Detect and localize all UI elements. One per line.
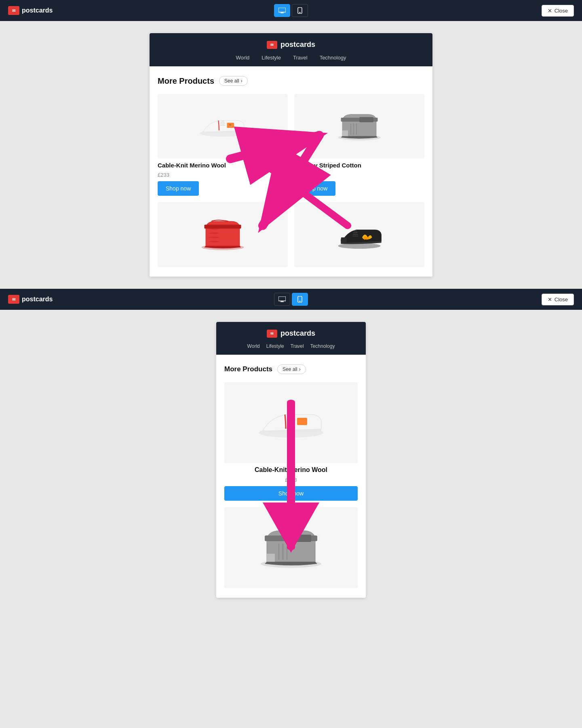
nav-technology-desktop[interactable]: Technology — [320, 55, 346, 61]
product-card-1: 🐯 Cable-Knit Merino Wool £233 Shop now — [158, 94, 288, 196]
toolbar-top: ✉ postcards ✕ Close — [0, 0, 582, 21]
product-image-2 — [294, 94, 424, 159]
more-products-header-mobile: More Products See all › — [224, 364, 358, 374]
svg-rect-37 — [297, 418, 307, 425]
product-card-2: Runway Striped Cotton £246 Shop now — [294, 94, 424, 196]
desktop-email-preview: ✉ postcards World Lifestyle Travel Techn… — [150, 33, 432, 277]
mobile-view-button-bottom[interactable] — [292, 293, 308, 306]
svg-rect-0 — [278, 8, 286, 12]
mobile-product-price-1: £233 — [224, 477, 358, 483]
sneaker-black-svg — [331, 214, 388, 255]
nav-world-desktop[interactable]: World — [236, 55, 250, 61]
svg-text:🐯: 🐯 — [229, 124, 232, 127]
sneaker-red-svg — [194, 212, 251, 257]
products-grid-mobile: Cable-Knit Merino Wool £233 Shop now — [224, 382, 358, 588]
mobile-product-image-1 — [224, 382, 358, 463]
close-button-top[interactable]: ✕ Close — [542, 5, 574, 17]
section-title-mobile: More Products — [224, 365, 272, 373]
device-switcher-top — [274, 4, 308, 17]
see-all-button-desktop[interactable]: See all › — [219, 76, 248, 86]
email-brand-name-mobile: postcards — [280, 329, 315, 338]
mobile-shop-now-button-1[interactable]: Shop now — [224, 486, 358, 501]
email-logo-desktop: ✉ postcards — [158, 40, 424, 49]
mobile-product-image-2 — [224, 507, 358, 588]
sneaker-grey-svg — [331, 106, 388, 146]
app-logo-bottom: ✉ postcards — [8, 295, 53, 304]
email-logo-mobile: ✉ postcards — [224, 329, 358, 338]
mobile-view-button-top[interactable] — [292, 4, 308, 17]
close-x-icon-bottom: ✕ — [548, 296, 552, 303]
email-body-desktop: More Products See all › — [150, 66, 432, 277]
mobile-product-card-1: Cable-Knit Merino Wool £233 Shop now — [224, 382, 358, 501]
logo-icon-bottom: ✉ — [8, 295, 19, 304]
product-image-1: 🐯 — [158, 94, 288, 159]
desktop-preview-container: ✉ postcards World Lifestyle Travel Techn… — [150, 33, 432, 277]
svg-rect-40 — [291, 535, 311, 542]
product-image-4 — [294, 202, 424, 267]
email-header-mobile: ✉ postcards World Lifestyle Travel Techn… — [216, 322, 366, 355]
svg-rect-14 — [359, 117, 373, 123]
nav-travel-mobile[interactable]: Travel — [291, 343, 304, 349]
product-card-3 — [158, 202, 288, 267]
email-logo-icon-desktop: ✉ — [267, 41, 277, 49]
product-name-2: Runway Striped Cotton — [294, 162, 424, 169]
svg-point-4 — [299, 12, 300, 13]
app-logo-top: ✉ postcards — [8, 6, 53, 15]
app-name-bottom: postcards — [22, 296, 53, 303]
mobile-product-card-2 — [224, 507, 358, 588]
more-products-header-desktop: More Products See all › — [158, 76, 424, 86]
close-label-top: Close — [555, 8, 568, 14]
close-button-bottom[interactable]: ✕ Close — [542, 294, 574, 305]
svg-point-31 — [299, 301, 300, 302]
products-grid-desktop: 🐯 Cable-Knit Merino Wool £233 Shop now — [158, 94, 424, 267]
product-image-3 — [158, 202, 288, 267]
email-logo-icon-mobile: ✉ — [267, 330, 277, 338]
product-price-2: £246 — [294, 172, 424, 178]
desktop-view-button[interactable] — [274, 4, 290, 17]
mobile-product-name-1: Cable-Knit Merino Wool — [224, 466, 358, 474]
svg-rect-19 — [205, 225, 241, 229]
desktop-preview-section: ✉ postcards World Lifestyle Travel Techn… — [0, 21, 582, 289]
nav-lifestyle-desktop[interactable]: Lifestyle — [261, 55, 281, 61]
email-header-desktop: ✉ postcards World Lifestyle Travel Techn… — [150, 33, 432, 66]
product-name-1: Cable-Knit Merino Wool — [158, 162, 288, 169]
product-price-1: £233 — [158, 172, 288, 178]
nav-lifestyle-mobile[interactable]: Lifestyle — [266, 343, 284, 349]
logo-icon: ✉ — [8, 6, 19, 15]
mobile-email-preview: ✉ postcards World Lifestyle Travel Techn… — [216, 322, 366, 598]
email-brand-name-desktop: postcards — [280, 40, 315, 49]
device-switcher-bottom — [274, 293, 308, 306]
section-title-desktop: More Products — [158, 76, 214, 86]
mobile-preview-container: ✉ postcards World Lifestyle Travel Techn… — [216, 322, 366, 598]
mobile-preview-section: ✉ postcards World Lifestyle Travel Techn… — [0, 310, 582, 610]
toolbar-bottom: ✉ postcards ✕ Close — [0, 289, 582, 310]
product-card-4 — [294, 202, 424, 267]
svg-rect-27 — [278, 296, 286, 301]
sneaker-white-svg: 🐯 — [194, 108, 251, 144]
see-all-button-mobile[interactable]: See all › — [277, 364, 306, 374]
mobile-sneaker-white-svg — [251, 402, 331, 443]
close-x-icon: ✕ — [548, 8, 552, 14]
nav-travel-desktop[interactable]: Travel — [293, 55, 308, 61]
nav-world-mobile[interactable]: World — [247, 343, 260, 349]
app-name-top: postcards — [22, 7, 53, 14]
close-label-bottom: Close — [555, 296, 568, 303]
email-nav-desktop: World Lifestyle Travel Technology — [158, 55, 424, 61]
shop-now-button-1[interactable]: Shop now — [158, 181, 199, 196]
email-body-mobile: More Products See all › — [216, 355, 366, 598]
shop-now-button-2[interactable]: Shop now — [294, 181, 335, 196]
desktop-view-button-bottom[interactable] — [274, 293, 290, 306]
mobile-sneaker-grey-svg — [251, 523, 331, 572]
email-nav-mobile: World Lifestyle Travel Technology — [224, 343, 358, 349]
nav-technology-mobile[interactable]: Technology — [310, 343, 335, 349]
